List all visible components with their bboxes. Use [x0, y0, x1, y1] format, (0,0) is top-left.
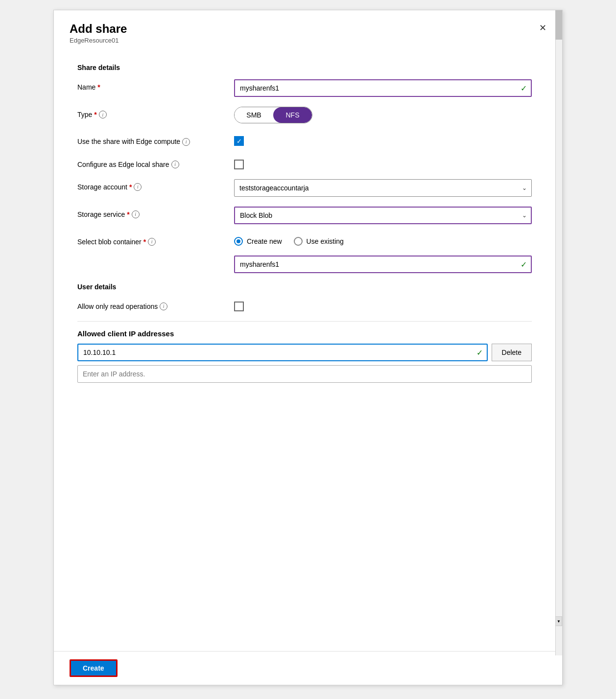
edge-compute-row: Use the share with Edge compute i [77, 133, 532, 147]
allow-read-row: Allow only read operations i [77, 299, 532, 311]
ip-input-1[interactable] [77, 344, 488, 361]
type-info-icon[interactable]: i [99, 111, 107, 118]
blob-container-row: Select blob container * i Create new Use… [77, 234, 532, 246]
panel-subtitle: EdgeResource01 [70, 37, 546, 44]
blob-container-label: Select blob container * i [77, 234, 234, 246]
blob-use-existing-radio[interactable] [294, 237, 303, 246]
panel-content: Share details Name * ✓ Type * i [54, 50, 562, 651]
allow-read-control [234, 299, 532, 311]
type-required: * [94, 111, 96, 118]
allowed-ip-title: Allowed client IP addresses [77, 329, 532, 338]
edge-local-row: Configure as Edge local share i [77, 157, 532, 169]
edge-local-label: Configure as Edge local share i [77, 157, 234, 168]
add-share-panel: ▲ ▼ Add share EdgeResource01 ✕ Share det… [53, 10, 563, 685]
edge-compute-label: Use the share with Edge compute i [77, 133, 234, 147]
name-control: ✓ [234, 79, 532, 97]
blob-name-spacer [77, 256, 234, 259]
share-details-label: Share details [77, 64, 532, 71]
type-label: Type * i [77, 107, 234, 118]
ip-input-2[interactable] [77, 365, 532, 383]
blob-name-check-icon: ✓ [521, 259, 527, 269]
edge-local-checkbox[interactable] [234, 160, 244, 169]
type-toggle-group: SMB NFS [234, 107, 312, 123]
name-check-icon: ✓ [521, 84, 527, 93]
user-details-label: User details [77, 283, 532, 291]
storage-account-label: Storage account * i [77, 179, 234, 191]
type-nfs-option[interactable]: NFS [273, 107, 312, 123]
blob-container-control: Create new Use existing [234, 234, 532, 246]
scroll-down-arrow[interactable]: ▼ [555, 616, 562, 626]
storage-service-required: * [127, 210, 129, 218]
type-row: Type * i SMB NFS [77, 107, 532, 123]
allow-read-info-icon[interactable]: i [160, 303, 167, 310]
storage-service-select[interactable]: Block Blob [234, 207, 532, 224]
name-input-wrapper: ✓ [234, 79, 532, 97]
blob-radio-group: Create new Use existing [234, 234, 532, 246]
blob-use-existing-option[interactable]: Use existing [294, 237, 344, 246]
blob-name-input-wrapper: ✓ [234, 256, 532, 273]
ip-check-icon-1: ✓ [476, 348, 483, 357]
name-row: Name * ✓ [77, 79, 532, 97]
divider [77, 321, 532, 322]
storage-account-select-wrapper: teststorageaccountarja ⌄ [234, 179, 532, 197]
blob-name-input[interactable] [234, 256, 532, 273]
allowed-ip-section: Allowed client IP addresses ✓ Delete [77, 329, 532, 383]
storage-account-row: Storage account * i teststorageaccountar… [77, 179, 532, 197]
blob-container-info-icon[interactable]: i [148, 238, 156, 246]
create-button[interactable]: Create [70, 659, 118, 677]
allow-read-label: Allow only read operations i [77, 299, 234, 310]
edge-compute-control [234, 133, 532, 146]
storage-account-info-icon[interactable]: i [134, 183, 142, 191]
ip-row-2 [77, 365, 532, 383]
storage-service-label: Storage service * i [77, 207, 234, 218]
name-label: Name * [77, 79, 234, 91]
storage-service-info-icon[interactable]: i [132, 210, 140, 218]
ip-input-wrapper-2 [77, 365, 532, 383]
allow-read-checkbox[interactable] [234, 302, 244, 311]
panel-title: Add share [70, 22, 546, 36]
edge-compute-info-icon[interactable]: i [182, 138, 190, 146]
edge-local-control [234, 157, 532, 169]
blob-name-row: ✓ [77, 256, 532, 273]
type-smb-option[interactable]: SMB [235, 107, 273, 123]
blob-create-new-option[interactable]: Create new [234, 237, 282, 246]
blob-create-new-label: Create new [247, 237, 282, 245]
edge-local-info-icon[interactable]: i [171, 161, 179, 168]
storage-service-row: Storage service * i Block Blob ⌄ [77, 207, 532, 224]
type-control: SMB NFS [234, 107, 532, 123]
storage-account-required: * [129, 183, 132, 191]
blob-name-control: ✓ [234, 256, 532, 273]
name-required: * [97, 83, 100, 91]
ip-row-1: ✓ Delete [77, 344, 532, 361]
blob-create-new-radio[interactable] [234, 237, 243, 246]
storage-service-select-wrapper: Block Blob ⌄ [234, 207, 532, 224]
panel-footer: Create [54, 651, 562, 685]
name-input[interactable] [234, 79, 532, 97]
panel-header: Add share EdgeResource01 ✕ [54, 10, 562, 50]
blob-container-required: * [143, 238, 146, 246]
storage-service-control: Block Blob ⌄ [234, 207, 532, 224]
edge-compute-checkbox[interactable] [234, 136, 244, 146]
storage-account-control: teststorageaccountarja ⌄ [234, 179, 532, 197]
delete-button-1[interactable]: Delete [492, 344, 532, 361]
close-button[interactable]: ✕ [535, 20, 550, 36]
ip-input-wrapper-1: ✓ [77, 344, 488, 361]
blob-use-existing-label: Use existing [307, 237, 344, 245]
scrollbar-track: ▲ ▼ [555, 10, 562, 655]
storage-account-select[interactable]: teststorageaccountarja [234, 179, 532, 197]
